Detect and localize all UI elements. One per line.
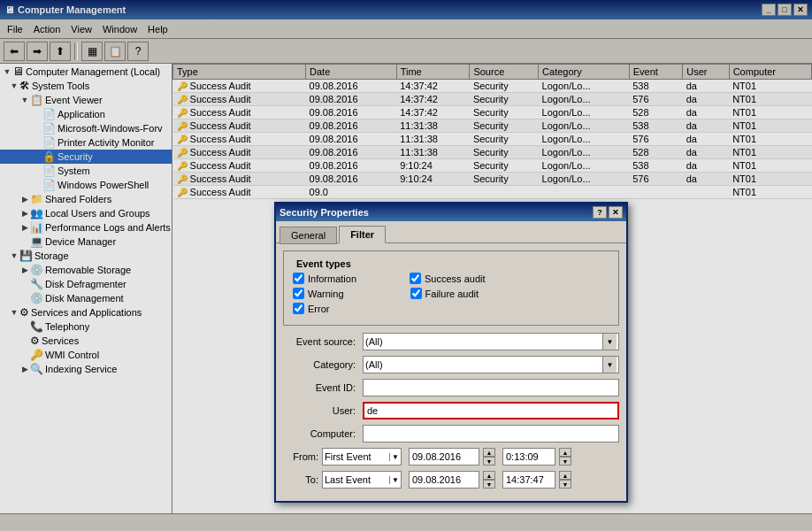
event-type-row1: Information Success audit [293, 273, 609, 284]
computer-row: Computer: [283, 425, 619, 442]
cb-information[interactable] [293, 273, 304, 284]
to-time-down[interactable]: ▼ [559, 480, 571, 489]
tab-filter-label: Filter [350, 229, 374, 240]
category-value: (All) [365, 359, 383, 370]
category-arrow[interactable]: ▼ [602, 357, 617, 373]
from-row: From: First Event ▼ 09.08.2016 ▲ ▼ 0:13:… [283, 448, 619, 466]
computer-input[interactable] [363, 425, 619, 442]
from-time-spin[interactable]: ▲ ▼ [559, 448, 571, 466]
cb-information-label[interactable]: Information [293, 273, 356, 284]
cb-success-audit-text: Success audit [425, 273, 485, 284]
dialog-controls: ? ✕ [593, 206, 623, 219]
cb-success-audit[interactable] [410, 273, 421, 284]
to-time-spin[interactable]: ▲ ▼ [559, 471, 571, 489]
to-event-value: Last Event [325, 474, 371, 485]
event-id-input[interactable] [363, 379, 619, 396]
event-types-group: Event types Information Success audit Wa… [283, 250, 619, 326]
dialog-close-btn[interactable]: ✕ [609, 206, 623, 219]
from-event-value: First Event [325, 451, 372, 462]
event-source-dropdown[interactable]: (All) ▼ [363, 333, 619, 350]
to-date-value[interactable]: 09.08.2016 [409, 471, 479, 489]
from-date-value[interactable]: 09.08.2016 [409, 448, 479, 466]
cb-failure-audit-text: Failure audit [425, 289, 479, 299]
user-row: User: [283, 402, 619, 419]
dialog-title: Security Properties [280, 207, 369, 218]
cb-warning-text: Warning [308, 289, 344, 299]
cb-error-label[interactable]: Error [293, 303, 329, 314]
event-source-label: Event source: [283, 336, 363, 347]
to-date-up[interactable]: ▲ [483, 471, 495, 480]
dialog-content: Event types Information Success audit Wa… [276, 243, 626, 501]
cb-failure-audit-label[interactable]: Failure audit [410, 288, 479, 299]
event-id-label: Event ID: [283, 382, 363, 393]
event-type-row2: Warning Failure audit [293, 288, 609, 299]
category-label: Category: [283, 359, 363, 370]
user-label: User: [283, 405, 363, 416]
from-time-up[interactable]: ▲ [559, 448, 571, 457]
cb-warning[interactable] [293, 288, 304, 299]
user-input[interactable] [363, 402, 619, 419]
to-row: To: Last Event ▼ 09.08.2016 ▲ ▼ 14:37:47… [283, 471, 619, 489]
from-time-down[interactable]: ▼ [559, 457, 571, 466]
computer-label: Computer: [283, 428, 363, 439]
to-time-up[interactable]: ▲ [559, 471, 571, 480]
cb-error-text: Error [308, 304, 329, 314]
from-event-arrow[interactable]: ▼ [389, 453, 399, 461]
event-source-arrow[interactable]: ▼ [602, 334, 617, 350]
to-event-arrow[interactable]: ▼ [389, 476, 399, 484]
event-source-row: Event source: (All) ▼ [283, 333, 619, 350]
tab-filter[interactable]: Filter [339, 226, 386, 243]
cb-warning-label[interactable]: Warning [293, 288, 344, 299]
event-type-row3: Error [293, 303, 609, 314]
event-source-value: (All) [365, 336, 383, 347]
from-date-spin[interactable]: ▲ ▼ [483, 448, 495, 466]
to-date-spin[interactable]: ▲ ▼ [483, 471, 495, 489]
tab-general[interactable]: General [280, 227, 337, 244]
category-row: Category: (All) ▼ [283, 356, 619, 373]
cb-error[interactable] [293, 303, 304, 314]
cb-failure-audit[interactable] [410, 288, 422, 299]
event-id-row: Event ID: [283, 379, 619, 396]
to-label: To: [283, 474, 318, 485]
security-properties-dialog: Security Properties ? ✕ General Filter E… [274, 202, 628, 503]
dialog-titlebar: Security Properties ? ✕ [276, 204, 626, 221]
cb-information-text: Information [308, 273, 356, 284]
from-label: From: [283, 451, 318, 462]
from-time-value[interactable]: 0:13:09 [502, 448, 555, 466]
cb-success-audit-label[interactable]: Success audit [410, 273, 485, 284]
from-date-down[interactable]: ▼ [483, 457, 495, 466]
dialog-tabs: General Filter [276, 221, 626, 243]
to-date-down[interactable]: ▼ [483, 480, 495, 489]
from-date-up[interactable]: ▲ [483, 448, 495, 457]
event-types-legend: Event types [293, 258, 609, 269]
to-event-dropdown[interactable]: Last Event ▼ [322, 471, 402, 489]
dialog-help-btn[interactable]: ? [593, 206, 607, 219]
to-time-value[interactable]: 14:37:47 [502, 471, 555, 489]
dialog-overlay: Security Properties ? ✕ General Filter E… [0, 0, 812, 531]
tab-general-label: General [291, 230, 326, 241]
from-event-dropdown[interactable]: First Event ▼ [322, 448, 402, 466]
category-dropdown[interactable]: (All) ▼ [363, 356, 619, 373]
